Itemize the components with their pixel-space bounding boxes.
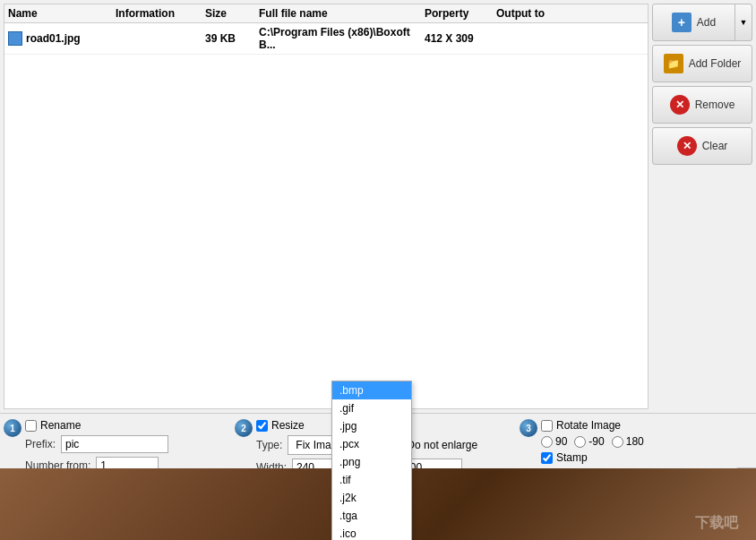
watermark: 下载吧 xyxy=(695,514,738,533)
add-icon: + xyxy=(672,13,692,32)
rotate-neg90-radio[interactable] xyxy=(574,436,586,448)
col-header-info: Information xyxy=(116,7,205,20)
col-header-fullname: Full file name xyxy=(259,7,425,20)
col-header-property: Porperty xyxy=(425,7,496,20)
type-label: Type: xyxy=(256,439,282,451)
col-header-output: Output to xyxy=(496,7,644,20)
format-dropdown-overlay: .bmp .gif .jpg .pcx .png .tif .j2k .tga … xyxy=(331,381,412,540)
add-dropdown-button[interactable]: ▼ xyxy=(735,4,752,41)
rename-group: Rename Prefix: Number from: xyxy=(25,419,213,475)
format-option-png[interactable]: .png xyxy=(332,453,411,471)
add-folder-button[interactable]: 📁 Add Folder xyxy=(652,45,752,82)
stamp-checkbox[interactable] xyxy=(541,452,553,464)
stamp-checkbox-label[interactable]: Stamp xyxy=(541,451,588,464)
prefix-input[interactable] xyxy=(61,435,168,453)
prefix-label: Prefix: xyxy=(25,438,56,450)
file-icon xyxy=(8,31,22,46)
col-header-name: Name xyxy=(8,7,116,20)
clear-button[interactable]: ✕ Clear xyxy=(652,127,752,165)
format-option-tga[interactable]: .tga xyxy=(332,507,411,525)
add-button-row: + Add ▼ xyxy=(652,4,752,41)
format-option-pcx[interactable]: .pcx xyxy=(332,435,411,453)
rotate-180-radio[interactable] xyxy=(612,436,623,448)
group1-circle: 1 xyxy=(4,419,21,437)
file-property-cell: 412 X 309 xyxy=(425,32,496,45)
main-container: Name Information Size Full file name Por… xyxy=(0,0,756,540)
rotate-checkbox[interactable] xyxy=(541,420,553,432)
right-buttons: + Add ▼ 📁 Add Folder ✕ Remove ✕ Clear xyxy=(649,0,756,413)
format-option-bmp[interactable]: .bmp xyxy=(332,381,411,399)
rename-checkbox-label[interactable]: Rename xyxy=(25,419,81,432)
add-button[interactable]: + Add xyxy=(652,4,735,41)
add-folder-icon: 📁 xyxy=(664,54,683,73)
top-section: Name Information Size Full file name Por… xyxy=(0,0,756,413)
file-size-cell: 39 KB xyxy=(205,32,259,45)
rotate-neg90-label[interactable]: -90 xyxy=(574,435,604,448)
format-option-gif[interactable]: .gif xyxy=(332,399,411,417)
remove-icon: ✕ xyxy=(670,95,690,115)
rotate-checkbox-label[interactable]: Rotate Image xyxy=(541,419,621,432)
remove-button[interactable]: ✕ Remove xyxy=(652,86,752,124)
group2-circle: 2 xyxy=(235,419,253,437)
format-option-j2k[interactable]: .j2k xyxy=(332,489,411,507)
rotate-90-radio[interactable] xyxy=(541,436,553,448)
format-option-ico[interactable]: .ico xyxy=(332,525,411,540)
table-row[interactable]: road01.jpg 39 KB C:\Program Files (x86)\… xyxy=(4,23,648,55)
format-option-tif[interactable]: .tif xyxy=(332,471,411,489)
file-list-header: Name Information Size Full file name Por… xyxy=(4,4,648,23)
rename-checkbox[interactable] xyxy=(25,420,37,432)
rotate-180-label[interactable]: 180 xyxy=(612,435,644,448)
group3-circle: 3 xyxy=(520,419,537,437)
clear-icon: ✕ xyxy=(677,136,697,156)
file-list-body[interactable]: road01.jpg 39 KB C:\Program Files (x86)\… xyxy=(4,23,648,408)
format-option-jpg[interactable]: .jpg xyxy=(332,417,411,435)
resize-checkbox[interactable] xyxy=(256,420,268,432)
rotate-90-label[interactable]: 90 xyxy=(541,435,567,448)
col-header-size: Size xyxy=(205,7,259,20)
file-fullname-cell: C:\Program Files (x86)\Boxoft B... xyxy=(259,26,425,51)
resize-checkbox-label[interactable]: Resize xyxy=(256,419,305,432)
file-name-cell: road01.jpg xyxy=(8,31,116,46)
file-list-area: Name Information Size Full file name Por… xyxy=(4,4,649,409)
